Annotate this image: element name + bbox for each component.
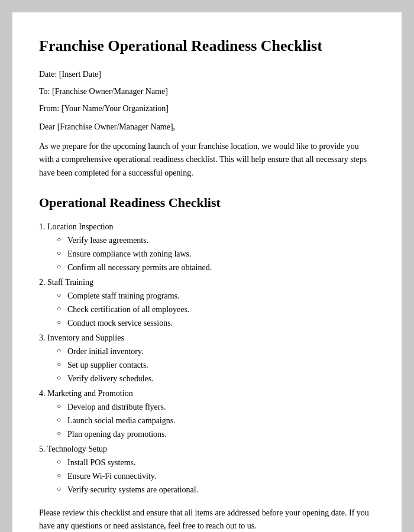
sub-list-item: Confirm all necessary permits are obtain…: [57, 261, 375, 274]
sub-list-5: Install POS systems.Ensure Wi-Fi connect…: [57, 456, 375, 496]
sub-list-3: Order initial inventory.Set up supplier …: [57, 345, 375, 385]
sub-list-item: Check certification of all employees.: [57, 303, 375, 316]
checklist-section-5: 5. Technology SetupInstall POS systems.E…: [39, 443, 375, 496]
checklist-section-label-2: 2. Staff Training: [39, 278, 93, 287]
checklist-section-label-5: 5. Technology Setup: [39, 445, 107, 453]
from-line: From: [Your Name/Your Organization]: [39, 102, 375, 115]
intro-paragraph: As we prepare for the upcoming launch of…: [39, 140, 375, 180]
sub-list-item: Ensure compliance with zoning laws.: [57, 248, 375, 260]
sub-list-item: Verify lease agreements.: [57, 234, 375, 246]
checklist-section-title: Operational Readiness Checklist: [39, 193, 375, 212]
sub-list-item: Launch social media campaigns.: [57, 414, 375, 427]
sub-list-item: Set up supplier contacts.: [57, 359, 375, 371]
sub-list-item: Verify delivery schedules.: [57, 372, 375, 385]
sub-list-item: Complete staff training programs.: [57, 290, 375, 302]
sub-list-item: Plan opening day promotions.: [57, 428, 375, 440]
checklist-section-1: 1. Location InspectionVerify lease agree…: [39, 220, 375, 274]
closing-paragraph: Please review this checklist and ensure …: [39, 507, 375, 532]
date-line: Date: [Insert Date]: [39, 68, 375, 80]
checklist-section-label-4: 4. Marketing and Promotion: [39, 389, 133, 398]
checklist-section-label-1: 1. Location Inspection: [39, 222, 114, 231]
checklist-section-3: 3. Inventory and SuppliesOrder initial i…: [39, 332, 375, 385]
document-container: Franchise Operational Readiness Checklis…: [12, 12, 402, 532]
checklist-section-4: 4. Marketing and PromotionDevelop and di…: [39, 387, 375, 440]
sub-list-item: Verify security systems are operational.: [57, 484, 375, 496]
sub-list-item: Ensure Wi-Fi connectivity.: [57, 470, 375, 482]
checklist-section-2: 2. Staff TrainingComplete staff training…: [39, 276, 375, 329]
sub-list-item: Conduct mock service sessions.: [57, 317, 375, 329]
sub-list-item: Install POS systems.: [57, 456, 375, 469]
sub-list-item: Order initial inventory.: [57, 345, 375, 358]
checklist-section-label-3: 3. Inventory and Supplies: [39, 333, 124, 342]
dear-line: Dear [Franchise Owner/Manager Name],: [39, 121, 375, 133]
checklist-list: 1. Location InspectionVerify lease agree…: [39, 220, 375, 496]
to-line: To: [Franchise Owner/Manager Name]: [39, 85, 375, 98]
sub-list-4: Develop and distribute flyers.Launch soc…: [57, 401, 375, 440]
document-title: Franchise Operational Readiness Checklis…: [39, 36, 375, 56]
sub-list-item: Develop and distribute flyers.: [57, 401, 375, 413]
sub-list-2: Complete staff training programs.Check c…: [57, 290, 375, 329]
sub-list-1: Verify lease agreements.Ensure complianc…: [57, 234, 375, 274]
